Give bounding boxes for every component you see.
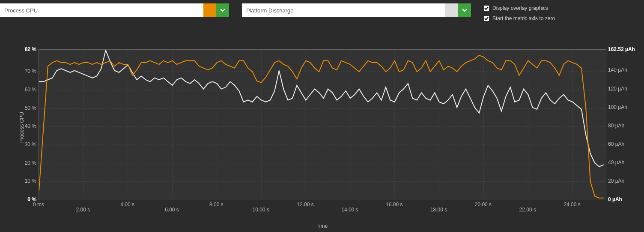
metric-right-color-swatch [445,3,458,17]
plot-area[interactable] [39,49,606,200]
chevron-down-icon [462,7,468,14]
y-left-tick-labels: 82 %0 %10 %20 %30 %40 %50 %60 %70 % [0,49,36,199]
metric-left-expand-button[interactable] [216,3,229,17]
checkbox-icon [484,16,489,21]
x-axis-title: Time [0,223,644,229]
overlay-graphics-checkbox[interactable]: Display overlay graphics [484,5,555,11]
start-axis-zero-checkbox[interactable]: Start the metric axis to zero [484,15,555,21]
metric-left-color-swatch [203,3,216,17]
chart-svg [39,50,606,200]
metric-left-dropdown[interactable] [0,3,229,17]
metric-right-input[interactable] [242,3,445,17]
checkbox-icon [484,6,489,11]
metric-right-expand-button[interactable] [458,3,471,17]
x-tick-labels: 0 ms2.00 s4.00 s6.00 s8.00 s10.00 s12.00… [39,202,605,214]
metric-right-dropdown[interactable] [242,3,471,17]
overlay-graphics-label: Display overlay graphics [492,5,548,11]
start-axis-zero-label: Start the metric axis to zero [492,15,555,21]
y-right-tick-labels: 162.52 µAh0 µAh20 µAh40 µAh60 µAh80 µAh1… [608,49,642,199]
chevron-down-icon [220,7,226,14]
chart-container: Process CPU Platform Discharge Time 82 %… [0,41,644,229]
metric-left-input[interactable] [0,3,203,17]
